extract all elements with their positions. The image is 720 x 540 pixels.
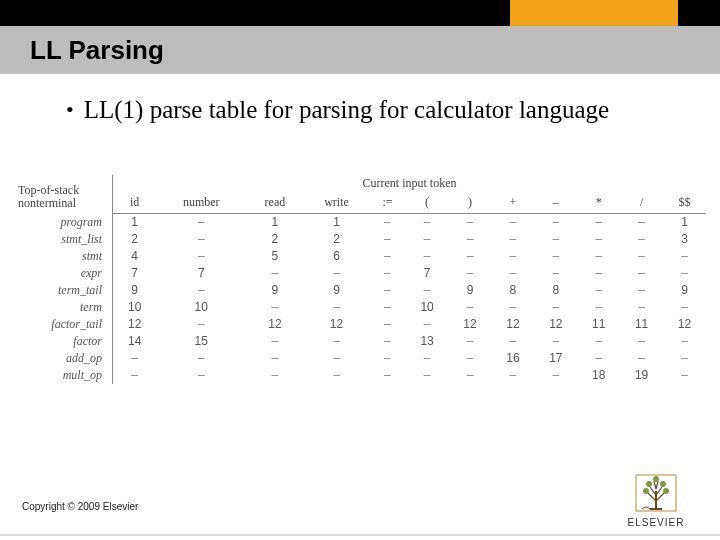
- col-lparen: (: [406, 194, 449, 214]
- table-cell: –: [534, 214, 577, 231]
- table-cell: 9: [304, 282, 370, 299]
- col-plus: +: [491, 194, 534, 214]
- table-cell: –: [491, 265, 534, 282]
- nonterminal-label: factor_tail: [14, 316, 113, 333]
- svg-point-4: [660, 481, 666, 487]
- table-cell: –: [369, 350, 405, 367]
- table-cell: –: [369, 367, 405, 384]
- table-cell: –: [577, 265, 620, 282]
- table-cell: –: [406, 350, 449, 367]
- table-cell: –: [113, 367, 157, 384]
- table-cell: –: [663, 367, 706, 384]
- bullet-area: • LL(1) parse table for parsing for calc…: [66, 95, 666, 125]
- elsevier-logo: ELSEVIER: [620, 471, 692, 528]
- col-rparen: ): [449, 194, 492, 214]
- table-cell: 1: [113, 214, 157, 231]
- table-cell: –: [113, 350, 157, 367]
- table-cell: 12: [449, 316, 492, 333]
- col-assign: :=: [369, 194, 405, 214]
- table-cell: –: [246, 367, 304, 384]
- table-cell: –: [534, 367, 577, 384]
- table-cell: 11: [577, 316, 620, 333]
- table-cell: 8: [534, 282, 577, 299]
- table-cell: –: [620, 265, 663, 282]
- table-cell: –: [491, 214, 534, 231]
- column-header-row: id number read write := ( ) + – * / $$: [14, 194, 706, 214]
- table-cell: 7: [113, 265, 157, 282]
- table-cell: –: [369, 299, 405, 316]
- bullet-text: LL(1) parse table for parsing for calcul…: [84, 95, 609, 125]
- table-cell: –: [156, 282, 246, 299]
- svg-point-2: [663, 488, 669, 494]
- table-cell: –: [406, 367, 449, 384]
- table-row: term1010–––10––––––: [14, 299, 706, 316]
- col-slash: /: [620, 194, 663, 214]
- table-cell: 6: [304, 248, 370, 265]
- nonterminal-label: add_op: [14, 350, 113, 367]
- slide-title: LL Parsing: [30, 35, 164, 66]
- table-cell: –: [156, 214, 246, 231]
- table-cell: –: [406, 231, 449, 248]
- table-cell: –: [406, 248, 449, 265]
- nonterminal-label: term_tail: [14, 282, 113, 299]
- table-row: stmt4–56––––––––: [14, 248, 706, 265]
- table-cell: –: [246, 333, 304, 350]
- table-cell: –: [577, 248, 620, 265]
- col-read: read: [246, 194, 304, 214]
- table-cell: –: [369, 214, 405, 231]
- nonterminal-label: mult_op: [14, 367, 113, 384]
- table-cell: 18: [577, 367, 620, 384]
- table-cell: 9: [246, 282, 304, 299]
- col-minus: –: [534, 194, 577, 214]
- table-cell: 14: [113, 333, 157, 350]
- table-row: program1–11–––––––1: [14, 214, 706, 231]
- table-row: factor1415–––13––––––: [14, 333, 706, 350]
- table-cell: –: [246, 265, 304, 282]
- table-cell: –: [246, 350, 304, 367]
- table-cell: 16: [491, 350, 534, 367]
- nonterminal-label: stmt: [14, 248, 113, 265]
- table-cell: –: [534, 248, 577, 265]
- table-cell: –: [620, 333, 663, 350]
- table-cell: –: [534, 333, 577, 350]
- table-cell: 4: [113, 248, 157, 265]
- table-cell: 9: [449, 282, 492, 299]
- table-cell: –: [663, 299, 706, 316]
- table-cell: 19: [620, 367, 663, 384]
- table-cell: –: [620, 299, 663, 316]
- table-cell: –: [620, 248, 663, 265]
- table-cell: –: [156, 367, 246, 384]
- table-cell: –: [369, 265, 405, 282]
- table-cell: –: [577, 350, 620, 367]
- table-cell: –: [534, 265, 577, 282]
- table-cell: –: [304, 367, 370, 384]
- table-cell: –: [406, 214, 449, 231]
- table-cell: 12: [113, 316, 157, 333]
- table-cell: –: [406, 316, 449, 333]
- table-cell: 10: [156, 299, 246, 316]
- logo-text: ELSEVIER: [620, 517, 692, 528]
- table-cell: 3: [663, 231, 706, 248]
- table-cell: 13: [406, 333, 449, 350]
- table-cell: –: [577, 231, 620, 248]
- table-cell: –: [449, 265, 492, 282]
- table-cell: –: [534, 299, 577, 316]
- table-cell: –: [369, 333, 405, 350]
- col-number: number: [156, 194, 246, 214]
- nonterminal-label: stmt_list: [14, 231, 113, 248]
- parse-table: Top-of-stack nonterminal Current input t…: [14, 175, 706, 384]
- table-cell: 5: [246, 248, 304, 265]
- table-cell: –: [449, 367, 492, 384]
- table-cell: –: [369, 316, 405, 333]
- table-cell: –: [406, 282, 449, 299]
- col-write: write: [304, 194, 370, 214]
- table-row: expr77–––7––––––: [14, 265, 706, 282]
- top-stack-label-2: nonterminal: [18, 197, 108, 210]
- nonterminal-label: program: [14, 214, 113, 231]
- table-cell: –: [663, 248, 706, 265]
- table-cell: 2: [304, 231, 370, 248]
- table-cell: –: [491, 248, 534, 265]
- table-cell: –: [577, 282, 620, 299]
- table-cell: 10: [406, 299, 449, 316]
- nonterminal-label: expr: [14, 265, 113, 282]
